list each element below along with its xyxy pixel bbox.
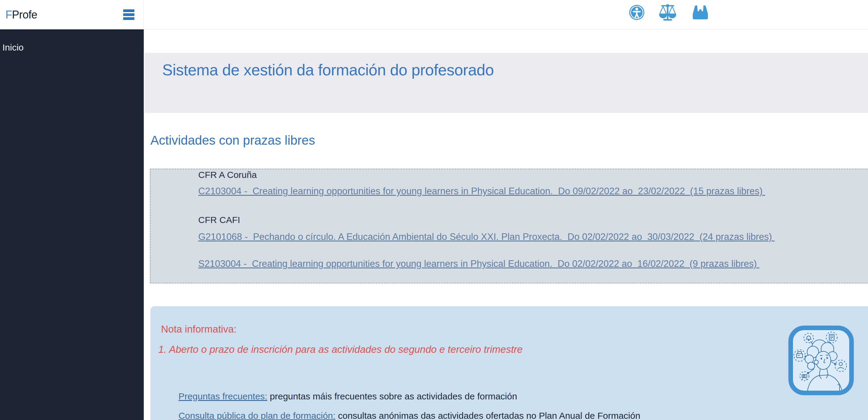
inbox-icon bbox=[692, 5, 709, 20]
notice-link-row: Consulta pública do plan de formación: c… bbox=[158, 400, 641, 420]
section-heading: Actividades con prazas libres bbox=[150, 133, 315, 148]
sidebar: FProfe Inicio bbox=[0, 0, 144, 420]
app-logo-text: Profe bbox=[12, 8, 37, 21]
app-logo[interactable]: FProfe bbox=[5, 8, 37, 21]
thinking-person-illustration bbox=[788, 326, 854, 395]
legal-button[interactable] bbox=[658, 4, 677, 21]
hamburger-menu-icon[interactable] bbox=[123, 9, 134, 21]
title-band: Sistema de xestión da formación do profe… bbox=[144, 53, 868, 113]
notice-title: Nota informativa: bbox=[161, 323, 236, 335]
page-title: Sistema de xestión da formación do profe… bbox=[162, 61, 494, 79]
scales-icon bbox=[658, 4, 677, 21]
public-consultation-link[interactable]: Consulta pública do plan de formación: bbox=[179, 411, 336, 420]
public-consultation-description: consultas anónimas das actividades ofert… bbox=[335, 411, 640, 420]
hamburger-bar bbox=[123, 9, 134, 12]
faq-link[interactable]: Preguntas frecuentes: bbox=[179, 391, 268, 401]
app-logo-accent: F bbox=[5, 8, 12, 21]
fprofe-app: FProfe Inicio bbox=[0, 0, 868, 420]
notice-note: 1. Aberto o prazo de inscrición para as … bbox=[158, 344, 523, 355]
activity-link[interactable]: C2103004 - Creating learning opportuniti… bbox=[198, 186, 765, 197]
top-header bbox=[144, 0, 868, 29]
activity-link[interactable]: G2101068 - Pechando o círculo. A Educaci… bbox=[198, 231, 774, 243]
accessibility-icon bbox=[629, 5, 644, 20]
activities-panel: CFR A Coruña C2103004 - Creating learnin… bbox=[150, 168, 868, 284]
training-center-name: CFR A Coruña bbox=[198, 170, 257, 180]
hamburger-bar bbox=[123, 17, 134, 20]
accessibility-button[interactable] bbox=[629, 5, 644, 20]
training-center-name: CFR CAFI bbox=[198, 215, 240, 225]
inbox-button[interactable] bbox=[692, 4, 709, 21]
faq-description: preguntas máis frecuentes sobre as activ… bbox=[267, 391, 517, 401]
activity-link[interactable]: S2103004 - Creating learning opportuniti… bbox=[198, 258, 760, 269]
notice-panel: Nota informativa: 1. Aberto o prazo de i… bbox=[150, 306, 868, 420]
logo-area: FProfe bbox=[0, 0, 144, 29]
sidebar-item-inicio[interactable]: Inicio bbox=[2, 42, 24, 53]
hamburger-bar bbox=[123, 13, 134, 16]
